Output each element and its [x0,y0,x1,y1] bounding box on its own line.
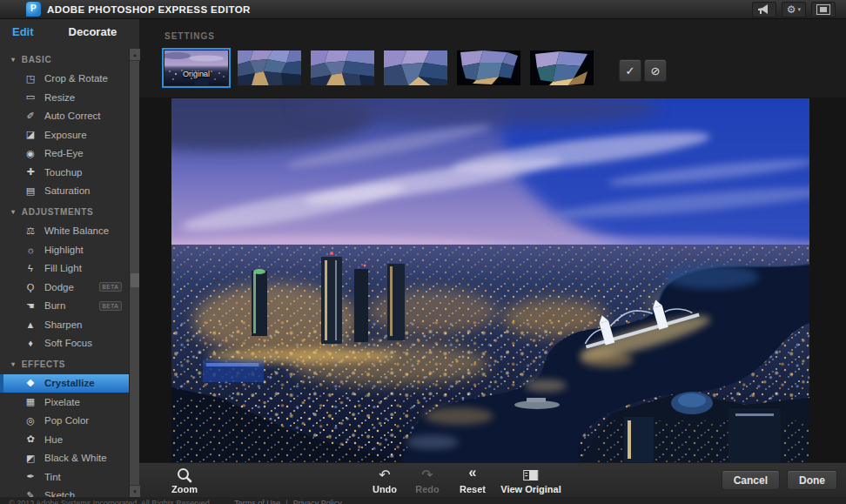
feedback-button[interactable] [752,2,776,17]
crystallize-preview-1 [238,50,301,85]
photoshop-express-logo-icon [26,2,41,17]
crystallize-preview-2 [311,50,374,85]
section-title: BASIC [22,55,52,64]
section-title: ADJUSTMENTS [22,207,94,217]
scroll-up-icon[interactable]: ▲ [130,49,140,61]
link-separator: | [285,499,287,504]
collapse-caret-icon: ▾ [11,208,16,216]
item-label: Crystallize [44,378,95,388]
preset-thumbnail-3[interactable] [311,50,374,85]
app-title: ADOBE PHOTOSHOP EXPRESS EDITOR [47,4,251,15]
preset-thumbnail-5[interactable] [457,50,520,85]
scrollbar-thumb[interactable] [131,273,139,287]
item-label: Auto Correct [44,111,101,121]
collapse-caret-icon: ▾ [11,360,16,368]
sidebar-item-sketch[interactable]: ✎ Sketch [0,487,129,498]
pencil-icon: ✎ [24,490,37,497]
gear-icon: ⚙ [787,3,796,16]
preset-thumbnail-6[interactable] [530,50,594,85]
item-label: Sharpen [44,319,82,330]
zoom-tool[interactable]: Zoom [171,465,198,496]
canvas-area [139,97,846,462]
sidebar-item-resize[interactable]: ▭ Resize [0,88,129,107]
zoom-label: Zoom [171,484,198,494]
sidebar-item-dodge[interactable]: Ϙ Dodge BETA [0,278,129,297]
view-original-button[interactable]: View Original [500,465,561,496]
sidebar-item-highlight[interactable]: ☼ Highlight [0,240,129,259]
undo-icon: ↶ [379,467,390,482]
reset-button[interactable]: « Reset [460,465,486,496]
section-basic[interactable]: ▾ BASIC [0,50,129,70]
scales-icon: ⚖ [24,225,37,237]
undo-button[interactable]: ↶ Undo [373,465,397,496]
sharpen-icon: ▲ [24,319,37,330]
sidebar-item-crop-rotate[interactable]: ◳ Crop & Rotate [0,70,129,89]
sidebar-item-pop-color[interactable]: ◎ Pop Color [0,412,129,431]
reset-icon: « [469,465,477,480]
photoshop-express-window: ADOBE PHOTOSHOP EXPRESS EDITOR ⚙ ▾ [0,0,846,504]
reset-label: Reset [460,484,486,494]
sidebar-item-fill-light[interactable]: ϟ Fill Light [0,259,129,279]
preset-thumbnail-4[interactable] [384,50,447,85]
cancel-button[interactable]: Cancel [722,470,780,490]
lightbulb-icon: ☼ [24,245,37,255]
sidebar-item-black-white[interactable]: ◩ Black & White [0,449,129,468]
preset-actions: ✓ ⊘ [619,59,667,82]
sidebar-item-red-eye[interactable]: ◉ Red-Eye [0,144,129,164]
apply-effect-button[interactable]: ✓ [619,59,641,82]
sidebar-item-pixelate[interactable]: ▦ Pixelate [0,393,129,412]
sidebar-scrollbar[interactable]: ▲ ▼ [129,49,139,497]
footer-strip: © 2013 Adobe Systems Incorporated. All R… [0,497,846,504]
discard-effect-button[interactable]: ⊘ [644,59,667,82]
view-original-icon [524,470,539,480]
redo-button[interactable]: ↷ Redo [415,465,440,496]
pixel-grid-icon: ▦ [24,396,37,407]
target-icon: ◎ [24,415,37,427]
settings-menu-button[interactable]: ⚙ ▾ [782,2,806,17]
collapse-caret-icon: ▾ [11,56,16,64]
section-effects[interactable]: ▾ EFFECTS [0,355,129,374]
sidebar-item-crystallize[interactable]: ❖ Crystallize [0,374,129,393]
copyright-text: © 2013 Adobe Systems Incorporated. All R… [9,499,212,504]
sidebar-item-burn[interactable]: ☚ Burn BETA [0,297,129,316]
sidebar-item-sharpen[interactable]: ▲ Sharpen [0,315,129,334]
title-bar: ADOBE PHOTOSHOP EXPRESS EDITOR ⚙ ▾ [0,0,846,19]
item-label: Crop & Rotate [44,73,108,84]
sidebar-item-hue[interactable]: ✿ Hue [0,430,129,449]
section-adjustments[interactable]: ▾ ADJUSTMENTS [0,203,129,222]
preset-thumbnail-2[interactable] [238,50,301,85]
sidebar-item-soft-focus[interactable]: ♦ Soft Focus [0,334,129,353]
item-label: Pixelate [44,397,80,407]
photo-london-cityscape[interactable] [171,98,809,462]
beta-badge: BETA [99,282,123,292]
preset-thumbnail-original[interactable]: Original [164,50,228,85]
item-label: Soft Focus [44,338,92,348]
crystallize-preview-4 [457,50,520,85]
scroll-down-icon[interactable]: ▼ [130,485,140,497]
beta-badge: BETA [99,301,123,311]
privacy-policy-link[interactable]: Privacy Policy [293,499,342,504]
tab-decorate[interactable]: Decorate [69,25,118,38]
half-square-icon: ◩ [24,453,37,464]
bottom-toolbar: Zoom ↶ Undo ↷ Redo « Reset View Original… [139,462,846,497]
redo-label: Redo [415,484,440,494]
item-label: Pop Color [44,415,89,426]
exposure-icon: ◪ [24,129,37,140]
sidebar-item-tint[interactable]: ✒ Tint [0,467,129,487]
sidebar: Edit Decorate ▾ BASIC ◳ Crop & Rotate ▭ … [0,19,139,497]
sidebar-item-auto-correct[interactable]: ✐ Auto Correct [0,107,129,126]
sidebar-item-touchup[interactable]: ✚ Touchup [0,163,129,182]
terms-of-use-link[interactable]: Terms of Use [234,499,280,504]
sidebar-item-saturation[interactable]: ▤ Saturation [0,182,129,201]
tool-list: ▾ BASIC ◳ Crop & Rotate ▭ Resize ✐ Auto … [0,44,129,497]
done-button[interactable]: Done [787,470,837,490]
burn-tool-icon: ☚ [24,300,37,312]
mode-tabs: Edit Decorate [0,19,139,44]
sidebar-item-white-balance[interactable]: ⚖ White Balance [0,222,129,241]
cancel-circle-icon: ⊘ [651,64,661,77]
tab-edit[interactable]: Edit [12,25,34,38]
fullscreen-icon [816,4,830,15]
sidebar-item-exposure[interactable]: ◪ Exposure [0,125,129,144]
fullscreen-button[interactable] [811,2,836,17]
redo-icon: ↷ [421,467,433,482]
